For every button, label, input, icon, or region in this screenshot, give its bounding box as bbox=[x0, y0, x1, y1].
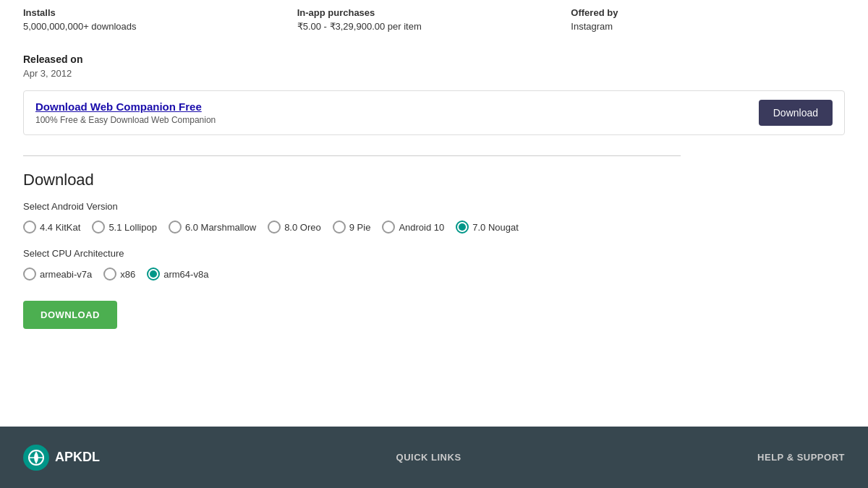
radio-armeabi-label[interactable]: armeabi-v7a bbox=[40, 269, 92, 280]
stat-installs-value: 5,000,000,000+ downloads bbox=[23, 21, 297, 32]
released-label: Released on bbox=[23, 53, 845, 65]
ad-subtitle: 100% Free & Easy Download Web Companion bbox=[35, 115, 216, 125]
stat-offered-label: Offered by bbox=[571, 7, 845, 18]
footer: APKDL QUICK LINKS HELP & SUPPORT bbox=[0, 427, 868, 488]
stats-row: Installs 5,000,000,000+ downloads In-app… bbox=[23, 0, 845, 46]
stat-offered: Offered by Instagram bbox=[571, 7, 845, 32]
radio-item-nougat[interactable]: 7.0 Nougat bbox=[456, 221, 519, 234]
radio-item-armeabi[interactable]: armeabi-v7a bbox=[23, 267, 92, 281]
radio-item-lollipop[interactable]: 5.1 Lollipop bbox=[92, 221, 157, 234]
radio-item-x86[interactable]: x86 bbox=[103, 267, 135, 281]
ad-banner: Download Web Companion Free 100% Free & … bbox=[23, 90, 845, 135]
radio-android10-label[interactable]: Android 10 bbox=[399, 222, 444, 233]
download-section: Download Select Android Version 4.4 KitK… bbox=[23, 171, 845, 329]
radio-item-arm64[interactable]: arm64-v8a bbox=[147, 267, 208, 281]
stat-installs-label: Installs bbox=[23, 7, 297, 18]
radio-lollipop[interactable] bbox=[92, 221, 105, 234]
radio-x86-label[interactable]: x86 bbox=[120, 269, 135, 280]
radio-item-marshmallow[interactable]: 6.0 Marshmallow bbox=[169, 221, 256, 234]
stat-iap: In-app purchases ₹5.00 - ₹3,29,900.00 pe… bbox=[297, 7, 571, 32]
footer-logo-icon bbox=[23, 445, 49, 471]
ad-title[interactable]: Download Web Companion Free bbox=[35, 100, 216, 113]
main-content: Installs 5,000,000,000+ downloads In-app… bbox=[0, 0, 868, 427]
radio-x86[interactable] bbox=[103, 267, 116, 281]
released-date: Apr 3, 2012 bbox=[23, 68, 845, 79]
android-version-label: Select Android Version bbox=[23, 201, 845, 212]
android-version-group: 4.4 KitKat 5.1 Lollipop 6.0 Marshmallow … bbox=[23, 221, 845, 234]
radio-lollipop-label[interactable]: 5.1 Lollipop bbox=[109, 222, 157, 233]
cpu-arch-group: armeabi-v7a x86 arm64-v8a bbox=[23, 267, 845, 281]
radio-arm64-label[interactable]: arm64-v8a bbox=[163, 269, 208, 280]
cpu-arch-label: Select CPU Architecture bbox=[23, 248, 845, 259]
ad-text: Download Web Companion Free 100% Free & … bbox=[35, 100, 216, 125]
stat-iap-label: In-app purchases bbox=[297, 7, 571, 18]
radio-marshmallow-label[interactable]: 6.0 Marshmallow bbox=[185, 222, 256, 233]
radio-kitkat-label[interactable]: 4.4 KitKat bbox=[40, 222, 80, 233]
radio-armeabi[interactable] bbox=[23, 267, 36, 281]
radio-pie-label[interactable]: 9 Pie bbox=[349, 222, 371, 233]
stat-iap-value: ₹5.00 - ₹3,29,900.00 per item bbox=[297, 21, 571, 32]
radio-arm64[interactable] bbox=[147, 267, 160, 281]
radio-oreo-label[interactable]: 8.0 Oreo bbox=[284, 222, 321, 233]
footer-logo-text: APKDL bbox=[55, 450, 100, 465]
radio-android10[interactable] bbox=[382, 221, 395, 234]
radio-item-android10[interactable]: Android 10 bbox=[382, 221, 444, 234]
radio-item-oreo[interactable]: 8.0 Oreo bbox=[268, 221, 321, 234]
radio-kitkat[interactable] bbox=[23, 221, 36, 234]
stat-installs: Installs 5,000,000,000+ downloads bbox=[23, 7, 297, 32]
download-button[interactable]: DOWNLOAD bbox=[23, 301, 117, 329]
radio-nougat[interactable] bbox=[456, 221, 469, 234]
radio-nougat-label[interactable]: 7.0 Nougat bbox=[472, 222, 519, 233]
radio-oreo[interactable] bbox=[268, 221, 281, 234]
footer-help-support: HELP & SUPPORT bbox=[757, 452, 845, 463]
radio-pie[interactable] bbox=[333, 221, 346, 234]
radio-item-kitkat[interactable]: 4.4 KitKat bbox=[23, 221, 80, 234]
released-section: Released on Apr 3, 2012 bbox=[23, 53, 845, 79]
stat-offered-value: Instagram bbox=[571, 21, 845, 32]
footer-logo: APKDL bbox=[23, 445, 100, 471]
download-title: Download bbox=[23, 171, 845, 189]
footer-quick-links: QUICK LINKS bbox=[396, 452, 461, 463]
ad-download-button[interactable]: Download bbox=[759, 100, 833, 126]
radio-item-pie[interactable]: 9 Pie bbox=[333, 221, 371, 234]
radio-marshmallow[interactable] bbox=[169, 221, 182, 234]
section-divider bbox=[23, 155, 681, 156]
